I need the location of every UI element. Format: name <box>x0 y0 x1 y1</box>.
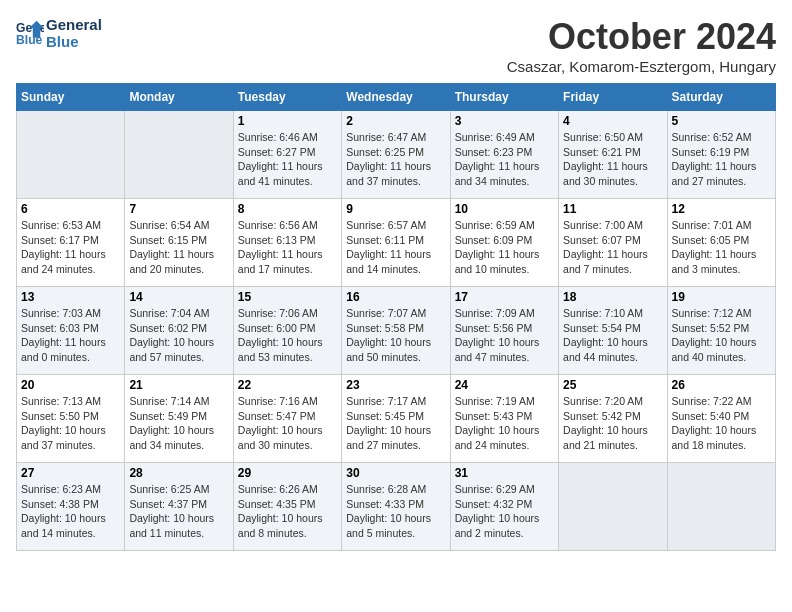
calendar-week-row: 6Sunrise: 6:53 AM Sunset: 6:17 PM Daylig… <box>17 199 776 287</box>
day-info: Sunrise: 7:09 AM Sunset: 5:56 PM Dayligh… <box>455 306 554 365</box>
day-info: Sunrise: 7:17 AM Sunset: 5:45 PM Dayligh… <box>346 394 445 453</box>
day-number: 5 <box>672 114 771 128</box>
day-number: 18 <box>563 290 662 304</box>
day-number: 3 <box>455 114 554 128</box>
day-info: Sunrise: 6:56 AM Sunset: 6:13 PM Dayligh… <box>238 218 337 277</box>
title-block: October 2024 Csaszar, Komarom-Esztergom,… <box>507 16 776 75</box>
day-number: 23 <box>346 378 445 392</box>
calendar-cell <box>667 463 775 551</box>
day-info: Sunrise: 6:25 AM Sunset: 4:37 PM Dayligh… <box>129 482 228 541</box>
calendar-cell: 12Sunrise: 7:01 AM Sunset: 6:05 PM Dayli… <box>667 199 775 287</box>
day-number: 25 <box>563 378 662 392</box>
day-number: 28 <box>129 466 228 480</box>
calendar-week-row: 1Sunrise: 6:46 AM Sunset: 6:27 PM Daylig… <box>17 111 776 199</box>
calendar-cell: 16Sunrise: 7:07 AM Sunset: 5:58 PM Dayli… <box>342 287 450 375</box>
calendar-cell: 3Sunrise: 6:49 AM Sunset: 6:23 PM Daylig… <box>450 111 558 199</box>
day-number: 8 <box>238 202 337 216</box>
weekday-header: Tuesday <box>233 84 341 111</box>
day-number: 12 <box>672 202 771 216</box>
day-number: 1 <box>238 114 337 128</box>
day-info: Sunrise: 6:29 AM Sunset: 4:32 PM Dayligh… <box>455 482 554 541</box>
day-number: 13 <box>21 290 120 304</box>
calendar-cell: 10Sunrise: 6:59 AM Sunset: 6:09 PM Dayli… <box>450 199 558 287</box>
calendar-cell: 29Sunrise: 6:26 AM Sunset: 4:35 PM Dayli… <box>233 463 341 551</box>
day-number: 4 <box>563 114 662 128</box>
day-number: 31 <box>455 466 554 480</box>
calendar-cell: 4Sunrise: 6:50 AM Sunset: 6:21 PM Daylig… <box>559 111 667 199</box>
day-info: Sunrise: 7:07 AM Sunset: 5:58 PM Dayligh… <box>346 306 445 365</box>
calendar-cell: 27Sunrise: 6:23 AM Sunset: 4:38 PM Dayli… <box>17 463 125 551</box>
calendar-cell: 21Sunrise: 7:14 AM Sunset: 5:49 PM Dayli… <box>125 375 233 463</box>
day-number: 27 <box>21 466 120 480</box>
day-number: 29 <box>238 466 337 480</box>
day-number: 17 <box>455 290 554 304</box>
weekday-header-row: SundayMondayTuesdayWednesdayThursdayFrid… <box>17 84 776 111</box>
calendar-cell: 14Sunrise: 7:04 AM Sunset: 6:02 PM Dayli… <box>125 287 233 375</box>
weekday-header: Sunday <box>17 84 125 111</box>
day-info: Sunrise: 6:52 AM Sunset: 6:19 PM Dayligh… <box>672 130 771 189</box>
day-number: 26 <box>672 378 771 392</box>
day-info: Sunrise: 7:06 AM Sunset: 6:00 PM Dayligh… <box>238 306 337 365</box>
calendar-cell: 15Sunrise: 7:06 AM Sunset: 6:00 PM Dayli… <box>233 287 341 375</box>
calendar-cell: 23Sunrise: 7:17 AM Sunset: 5:45 PM Dayli… <box>342 375 450 463</box>
day-number: 15 <box>238 290 337 304</box>
calendar-cell <box>559 463 667 551</box>
day-number: 22 <box>238 378 337 392</box>
location-subtitle: Csaszar, Komarom-Esztergom, Hungary <box>507 58 776 75</box>
calendar-week-row: 20Sunrise: 7:13 AM Sunset: 5:50 PM Dayli… <box>17 375 776 463</box>
weekday-header: Friday <box>559 84 667 111</box>
logo: General Blue General Blue <box>16 16 102 50</box>
logo-line2: Blue <box>46 33 102 50</box>
calendar-cell <box>17 111 125 199</box>
calendar-cell: 25Sunrise: 7:20 AM Sunset: 5:42 PM Dayli… <box>559 375 667 463</box>
calendar-cell: 11Sunrise: 7:00 AM Sunset: 6:07 PM Dayli… <box>559 199 667 287</box>
weekday-header: Wednesday <box>342 84 450 111</box>
day-info: Sunrise: 7:10 AM Sunset: 5:54 PM Dayligh… <box>563 306 662 365</box>
day-number: 7 <box>129 202 228 216</box>
calendar-cell <box>125 111 233 199</box>
day-info: Sunrise: 6:26 AM Sunset: 4:35 PM Dayligh… <box>238 482 337 541</box>
calendar-cell: 9Sunrise: 6:57 AM Sunset: 6:11 PM Daylig… <box>342 199 450 287</box>
calendar-cell: 19Sunrise: 7:12 AM Sunset: 5:52 PM Dayli… <box>667 287 775 375</box>
weekday-header: Thursday <box>450 84 558 111</box>
calendar-table: SundayMondayTuesdayWednesdayThursdayFrid… <box>16 83 776 551</box>
calendar-cell: 30Sunrise: 6:28 AM Sunset: 4:33 PM Dayli… <box>342 463 450 551</box>
day-number: 24 <box>455 378 554 392</box>
day-number: 10 <box>455 202 554 216</box>
calendar-cell: 31Sunrise: 6:29 AM Sunset: 4:32 PM Dayli… <box>450 463 558 551</box>
day-number: 9 <box>346 202 445 216</box>
day-info: Sunrise: 7:00 AM Sunset: 6:07 PM Dayligh… <box>563 218 662 277</box>
day-info: Sunrise: 6:53 AM Sunset: 6:17 PM Dayligh… <box>21 218 120 277</box>
day-info: Sunrise: 7:22 AM Sunset: 5:40 PM Dayligh… <box>672 394 771 453</box>
calendar-week-row: 27Sunrise: 6:23 AM Sunset: 4:38 PM Dayli… <box>17 463 776 551</box>
calendar-cell: 13Sunrise: 7:03 AM Sunset: 6:03 PM Dayli… <box>17 287 125 375</box>
calendar-cell: 20Sunrise: 7:13 AM Sunset: 5:50 PM Dayli… <box>17 375 125 463</box>
day-info: Sunrise: 7:03 AM Sunset: 6:03 PM Dayligh… <box>21 306 120 365</box>
day-info: Sunrise: 7:20 AM Sunset: 5:42 PM Dayligh… <box>563 394 662 453</box>
day-number: 16 <box>346 290 445 304</box>
day-number: 30 <box>346 466 445 480</box>
day-number: 19 <box>672 290 771 304</box>
day-number: 11 <box>563 202 662 216</box>
weekday-header: Monday <box>125 84 233 111</box>
calendar-cell: 18Sunrise: 7:10 AM Sunset: 5:54 PM Dayli… <box>559 287 667 375</box>
calendar-cell: 28Sunrise: 6:25 AM Sunset: 4:37 PM Dayli… <box>125 463 233 551</box>
day-info: Sunrise: 7:13 AM Sunset: 5:50 PM Dayligh… <box>21 394 120 453</box>
day-info: Sunrise: 6:23 AM Sunset: 4:38 PM Dayligh… <box>21 482 120 541</box>
calendar-cell: 17Sunrise: 7:09 AM Sunset: 5:56 PM Dayli… <box>450 287 558 375</box>
calendar-cell: 8Sunrise: 6:56 AM Sunset: 6:13 PM Daylig… <box>233 199 341 287</box>
calendar-cell: 5Sunrise: 6:52 AM Sunset: 6:19 PM Daylig… <box>667 111 775 199</box>
day-info: Sunrise: 6:59 AM Sunset: 6:09 PM Dayligh… <box>455 218 554 277</box>
day-number: 14 <box>129 290 228 304</box>
day-info: Sunrise: 7:01 AM Sunset: 6:05 PM Dayligh… <box>672 218 771 277</box>
month-title: October 2024 <box>507 16 776 58</box>
calendar-week-row: 13Sunrise: 7:03 AM Sunset: 6:03 PM Dayli… <box>17 287 776 375</box>
calendar-cell: 24Sunrise: 7:19 AM Sunset: 5:43 PM Dayli… <box>450 375 558 463</box>
calendar-cell: 7Sunrise: 6:54 AM Sunset: 6:15 PM Daylig… <box>125 199 233 287</box>
page-header: General Blue General Blue October 2024 C… <box>16 16 776 75</box>
calendar-cell: 2Sunrise: 6:47 AM Sunset: 6:25 PM Daylig… <box>342 111 450 199</box>
day-info: Sunrise: 7:12 AM Sunset: 5:52 PM Dayligh… <box>672 306 771 365</box>
calendar-cell: 6Sunrise: 6:53 AM Sunset: 6:17 PM Daylig… <box>17 199 125 287</box>
day-info: Sunrise: 6:57 AM Sunset: 6:11 PM Dayligh… <box>346 218 445 277</box>
day-number: 2 <box>346 114 445 128</box>
